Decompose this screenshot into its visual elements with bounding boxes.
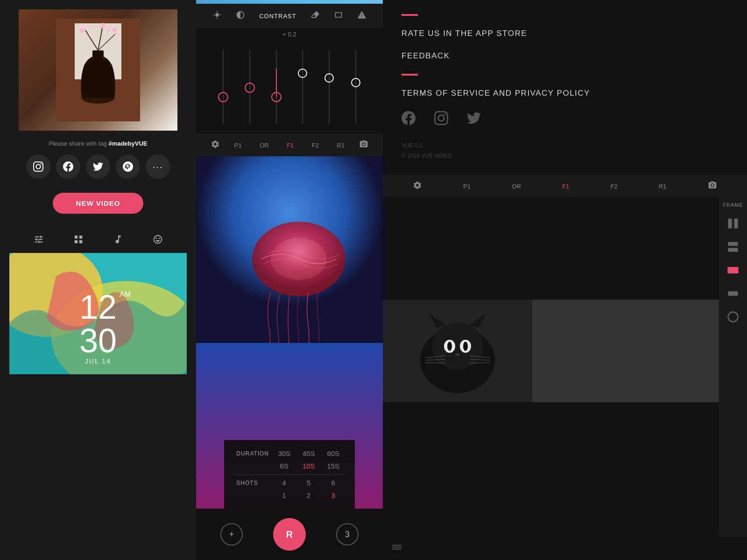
svg-rect-37 <box>727 267 738 273</box>
grid-icon <box>73 234 84 246</box>
top-strip <box>196 0 383 4</box>
instagram-right[interactable] <box>434 111 448 127</box>
twitter-button[interactable] <box>86 154 110 179</box>
brightness-icon <box>212 10 222 21</box>
duration-15s[interactable]: 15S <box>324 462 343 470</box>
slider-3-handle[interactable] <box>271 92 282 102</box>
duration-10s[interactable]: 10S <box>299 462 318 470</box>
svg-point-36 <box>455 353 460 356</box>
facebook-button[interactable] <box>56 154 80 179</box>
shots-5[interactable]: 5 <box>299 479 318 487</box>
camera-panel: P1 OR F1 F2 R1 <box>383 175 747 560</box>
svg-point-8 <box>79 28 84 33</box>
svg-point-29 <box>463 342 468 351</box>
duration-45s[interactable]: 45S <box>299 449 318 457</box>
emoji-icon <box>153 234 163 246</box>
slider-6-handle[interactable] <box>351 78 360 87</box>
filter-or[interactable]: OR <box>256 140 273 151</box>
svg-point-20 <box>271 238 327 280</box>
sliders-area <box>196 41 383 134</box>
svg-point-12 <box>113 28 116 32</box>
filter-f1-active[interactable]: F1 <box>283 140 297 151</box>
vine-button[interactable] <box>116 154 140 179</box>
twitter-right[interactable] <box>467 111 481 127</box>
cam-filter-r1[interactable]: R1 <box>659 183 667 190</box>
duration-picker: DURATION 30S 45S 60S 6S 10S 15S SHOTS 4 … <box>224 440 355 509</box>
time-display: 12 <box>79 290 117 324</box>
cat-image <box>383 300 719 402</box>
filter-r1[interactable]: R1 <box>333 140 349 151</box>
settings-icon-mid <box>211 140 220 151</box>
number-button[interactable]: 3 <box>336 523 359 546</box>
record-button[interactable]: R <box>273 518 306 551</box>
shots-6[interactable]: 6 <box>324 479 343 487</box>
time-overlay: 12 AM 30 JUL 14 <box>79 290 117 365</box>
slider-1-handle[interactable] <box>218 92 228 102</box>
svg-point-13 <box>89 33 93 37</box>
rate-us-item[interactable]: RATE US IN THE APP STORE <box>402 29 728 38</box>
photo-placeholder <box>19 9 177 131</box>
cam-filter-p1[interactable]: P1 <box>463 183 471 190</box>
svg-rect-38 <box>728 292 738 296</box>
filter-p1[interactable]: P1 <box>231 140 246 151</box>
instagram-button[interactable] <box>26 154 50 179</box>
terms-item[interactable]: TERMS OF SERVICE AND PRIVACY POLICY <box>402 89 728 98</box>
duration-60s[interactable]: 60S <box>324 449 343 457</box>
duration-30s[interactable]: 30S <box>275 449 294 457</box>
hashtag: #madebyVUE <box>108 140 147 147</box>
settings-icon-cam <box>413 181 422 192</box>
svg-point-39 <box>728 312 738 322</box>
adjust-toolbar: CONTRAST <box>196 4 383 28</box>
shots-2[interactable]: 2 <box>299 491 318 499</box>
sliders-icon <box>34 234 44 246</box>
shots-1[interactable]: 1 <box>275 491 294 499</box>
triangle-icon <box>357 10 366 21</box>
cam-filter-or[interactable]: OR <box>512 183 521 190</box>
frame-split-v[interactable] <box>724 214 742 233</box>
cam-filter-f1[interactable]: F1 <box>562 183 569 190</box>
contrast-label: CONTRAST <box>259 13 296 20</box>
frame-mini[interactable] <box>724 284 742 303</box>
filter-f2[interactable]: F2 <box>308 140 323 151</box>
social-row-right <box>402 111 728 127</box>
slider-4-handle[interactable] <box>298 69 307 78</box>
version-info: VUE 0.1 © 2016 VUE VIDEO <box>402 141 728 161</box>
contrast-value: + 0.2 <box>196 28 383 41</box>
strip-icon <box>392 544 402 553</box>
frame-sidebar: FRAME <box>719 197 747 537</box>
shots-4[interactable]: 4 <box>275 479 294 487</box>
new-video-button[interactable]: NEW VIDEO <box>53 193 144 214</box>
photo-container <box>19 9 177 131</box>
slider-2-handle[interactable] <box>245 83 255 93</box>
right-bottom-strip <box>383 537 747 560</box>
right-menu: RATE US IN THE APP STORE FEEDBACK TERMS … <box>383 0 747 175</box>
divider <box>233 475 345 475</box>
slider-5-handle[interactable] <box>324 73 334 83</box>
plus-button[interactable]: + <box>220 523 243 546</box>
shots-3[interactable]: 3 <box>324 491 343 499</box>
camera-toolbar: P1 OR F1 F2 R1 <box>383 175 747 197</box>
camera-preview <box>383 197 719 537</box>
more-button[interactable]: ··· <box>146 154 170 179</box>
middle-panel: CONTRAST + 0.2 <box>196 0 383 560</box>
frame-split-h[interactable] <box>724 238 742 256</box>
music-icon <box>113 234 123 246</box>
svg-rect-41 <box>392 546 402 548</box>
svg-rect-40 <box>392 545 402 546</box>
cam-filter-f2[interactable]: F2 <box>611 183 618 190</box>
feedback-item[interactable]: FEEDBACK <box>402 51 728 61</box>
filter-row-middle: P1 OR F1 F2 R1 <box>196 134 383 156</box>
facebook-right[interactable] <box>402 111 416 127</box>
frame-label: FRAME <box>723 202 743 208</box>
frame-solid[interactable] <box>724 261 742 280</box>
frame-circle[interactable] <box>724 308 742 326</box>
svg-rect-3 <box>92 50 104 58</box>
svg-rect-42 <box>392 549 402 550</box>
duration-6s[interactable]: 6S <box>275 462 294 470</box>
camera-capture-icon <box>359 140 368 151</box>
bottom-controls: + R 3 <box>196 509 383 560</box>
social-icons-row: ··· <box>26 154 170 179</box>
shots-row-2: 1 2 3 <box>233 491 345 499</box>
svg-point-23 <box>432 323 483 370</box>
svg-point-28 <box>447 342 452 351</box>
